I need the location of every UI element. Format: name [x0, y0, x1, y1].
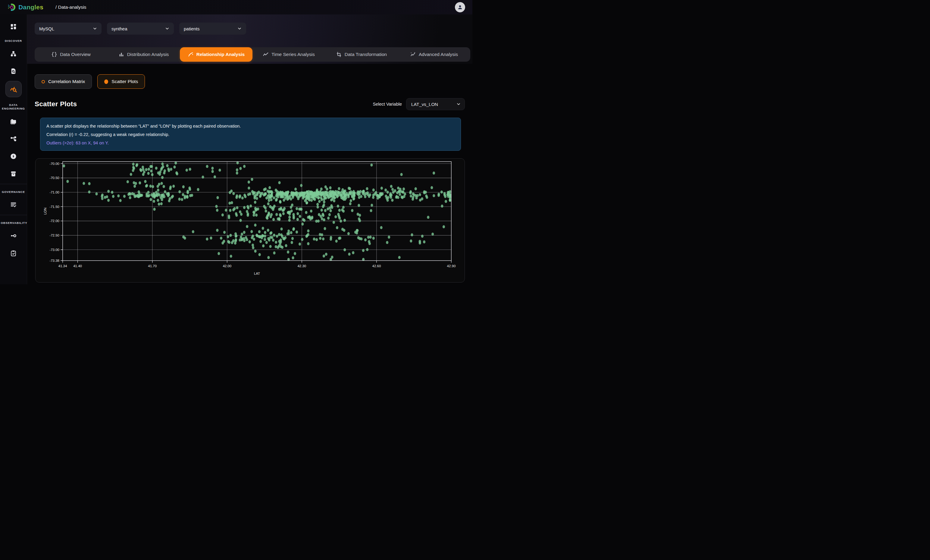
datasource-select[interactable]: MySQL [35, 23, 102, 35]
bar-chart-icon [119, 51, 125, 57]
chevron-down-icon [92, 26, 97, 31]
sidebar-divider [0, 215, 27, 215]
crop-icon [336, 51, 342, 57]
tab-label: Advanced Analysis [419, 52, 458, 57]
subtab-correlation-matrix[interactable]: Correlation Matrix [35, 74, 92, 89]
logo-text: Dangles [18, 4, 43, 11]
subtab-scatter-plots[interactable]: Scatter Plots [97, 74, 145, 89]
dangles-logo-icon [8, 3, 17, 12]
insight-box: A scatter plot displays the relationship… [40, 118, 461, 151]
svg-text:42.90: 42.90 [447, 264, 456, 268]
trend-line-icon [263, 51, 269, 57]
tab-label: Data Transformation [345, 52, 387, 57]
sidebar-item-data-analysis[interactable] [5, 81, 22, 97]
user-icon [457, 4, 463, 11]
logo[interactable]: Dangles [8, 3, 43, 12]
pipeline-icon [10, 135, 17, 142]
tab-label: Time Series Analysis [271, 52, 314, 57]
trend-line-icon [263, 51, 269, 57]
svg-text:-72.00: -72.00 [49, 219, 59, 222]
sidebar-item-catalog[interactable] [7, 47, 20, 60]
table-select[interactable]: patients [179, 23, 246, 35]
tab-advanced-analysis[interactable]: Advanced Analysis [398, 47, 470, 62]
svg-text:42.30: 42.30 [297, 264, 306, 268]
chevron-down-icon [456, 102, 461, 106]
svg-text:-73.00: -73.00 [49, 248, 59, 252]
page-title: Scatter Plots [35, 100, 77, 108]
circle-filled-icon [104, 80, 108, 84]
relationship-icon [188, 51, 194, 57]
sitemap-icon [10, 50, 17, 57]
circle-outline-icon [42, 80, 45, 83]
datasource-select-value: MySQL [39, 26, 92, 31]
svg-text:41.70: 41.70 [148, 264, 157, 268]
axes: -70.00-70.50-71.00-71.50-72.00-72.50-73.… [43, 162, 456, 275]
tab-relationship-analysis[interactable]: Relationship Analysis [180, 47, 253, 62]
svg-text:41.40: 41.40 [73, 264, 82, 268]
svg-text:-70.50: -70.50 [49, 176, 59, 180]
tab-label: Data Overview [60, 52, 91, 57]
subtab-label: Scatter Plots [111, 79, 138, 84]
sidebar-item-data-discovery[interactable] [7, 64, 20, 78]
top-bar: Dangles / Data-analysis [0, 0, 473, 14]
archive-icon [10, 170, 17, 177]
app-root: Dangles / Data-analysis DISCOVERDATA ENG… [0, 0, 473, 284]
braces-icon [51, 51, 57, 57]
chevron-down-icon [165, 26, 169, 31]
sidebar-item-lineage[interactable] [7, 229, 20, 242]
scatter-points [63, 161, 451, 261]
sidebar-item-quality-checks[interactable] [7, 247, 20, 260]
sidebar-section-label-governance: GOVERNANCE [1, 190, 26, 194]
subtabs: Correlation MatrixScatter Plots [35, 74, 473, 89]
sidebar-item-files[interactable] [7, 115, 20, 128]
tab-distribution-analysis[interactable]: Distribution Analysis [107, 47, 180, 62]
svg-text:-73.38: -73.38 [49, 259, 59, 262]
user-avatar-button[interactable] [455, 2, 465, 12]
relationship-icon [188, 51, 194, 57]
sidebar-item-pipelines[interactable] [7, 132, 20, 145]
scatter-plot: -70.00-70.50-71.00-71.50-72.00-72.50-73.… [35, 159, 465, 282]
scatter-search-icon [10, 85, 17, 93]
chevron-down-icon [237, 26, 242, 31]
select-variable-label: Select Variable [373, 102, 402, 106]
top-band: MySQLsyntheapatients Data OverviewDistri… [27, 14, 473, 64]
insight-line-1: A scatter plot displays the relationship… [46, 123, 454, 129]
database-select-value: synthea [111, 26, 165, 31]
sidebar-section-label-discover: DISCOVER [1, 39, 26, 43]
link-icon [10, 232, 17, 239]
svg-text:-71.00: -71.00 [49, 190, 59, 194]
sidebar-item-jobs[interactable] [7, 150, 20, 163]
datasource-selects-row: MySQLsyntheapatients [35, 23, 473, 35]
sparkles-trend-icon [410, 51, 416, 57]
sidebar-section-label-observability: OBSERVABILITY [1, 221, 26, 225]
svg-text:41.34: 41.34 [59, 264, 67, 268]
svg-text:42.60: 42.60 [373, 264, 381, 268]
svg-text:LAT: LAT [254, 272, 260, 275]
variable-select-value: LAT_vs_LON [411, 102, 456, 107]
tab-label: Relationship Analysis [196, 52, 245, 57]
sidebar-item-storage[interactable] [7, 167, 20, 180]
database-select[interactable]: synthea [107, 23, 174, 35]
section-head: Scatter Plots Select Variable LAT_vs_LON [35, 98, 473, 110]
sidebar-item-policies[interactable] [7, 198, 20, 211]
svg-text:-71.50: -71.50 [49, 205, 59, 209]
tab-data-transformation[interactable]: Data Transformation [325, 47, 398, 62]
braces-icon [51, 51, 57, 57]
sidebar-section-label-data-engineering: DATA ENGINEERING [1, 103, 26, 110]
analysis-tabbar: Data OverviewDistribution AnalysisRelati… [35, 47, 470, 62]
sidebar-item-dashboard[interactable] [7, 20, 20, 33]
bar-chart-icon [119, 51, 125, 57]
tab-data-overview[interactable]: Data Overview [35, 47, 107, 62]
dashboard-icon [10, 23, 17, 30]
main-area: MySQLsyntheapatients Data OverviewDistri… [27, 14, 473, 284]
variable-select[interactable]: LAT_vs_LON [406, 98, 465, 110]
tab-time-series-analysis[interactable]: Time Series Analysis [253, 47, 325, 62]
svg-text:42.00: 42.00 [223, 264, 231, 268]
folder-icon [10, 118, 17, 125]
insight-line-2: Correlation (r) = -0.22, suggesting a we… [46, 132, 454, 138]
list-check-icon [10, 201, 17, 208]
sidebar: DISCOVERDATA ENGINEERINGGOVERNANCEOBSERV… [0, 14, 27, 284]
svg-text:-70.00: -70.00 [49, 162, 59, 166]
subtab-label: Correlation Matrix [48, 79, 85, 84]
sparkles-trend-icon [410, 51, 416, 57]
